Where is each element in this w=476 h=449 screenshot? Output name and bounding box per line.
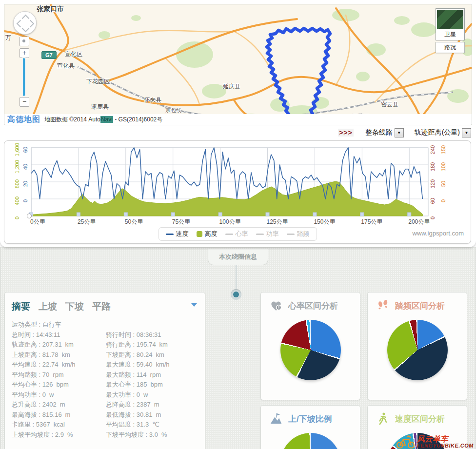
map-place-label: 京包线 bbox=[165, 107, 181, 114]
svg-text:25公里: 25公里 bbox=[78, 218, 96, 225]
stat-item: 最大心率 : 185bpm bbox=[106, 380, 203, 390]
zoom-slider[interactable] bbox=[23, 58, 25, 96]
map-place-label: 怀来县 bbox=[144, 96, 161, 104]
pan-right-icon[interactable] bbox=[27, 20, 35, 28]
x-tick-handle[interactable] bbox=[124, 213, 127, 216]
map-place-label: 万 bbox=[5, 34, 11, 42]
navi-highlight: Navi bbox=[100, 116, 113, 123]
legend-item[interactable]: 踏频 bbox=[287, 230, 310, 238]
map-place-label: 宣化县 bbox=[57, 62, 75, 70]
collapse-chevron-icon[interactable] bbox=[191, 303, 197, 307]
activity-chart-panel: 020406004008001,2001,6000601201802400501… bbox=[4, 140, 471, 244]
legend-item[interactable]: 心率 bbox=[225, 230, 248, 238]
stat-item: 平均温度 : 31.3℃ bbox=[106, 420, 203, 430]
satellite-label: 卫星 bbox=[437, 29, 463, 39]
legend-item[interactable]: 功率 bbox=[256, 230, 279, 238]
footprints-icon bbox=[376, 298, 390, 313]
dropdown-arrow-icon[interactable] bbox=[462, 128, 471, 137]
timeline-dot[interactable] bbox=[231, 289, 241, 300]
svg-text:0: 0 bbox=[440, 199, 446, 202]
igpsport-watermark: www.igpsport.com bbox=[413, 230, 464, 237]
legend-swatch-icon bbox=[166, 234, 174, 235]
stat-item: 最大速度 : 59.40km/h bbox=[106, 360, 203, 370]
map-place-label: 涿鹿县 bbox=[91, 103, 109, 111]
stat-item: 平均功率 : 0w bbox=[12, 390, 106, 400]
slope-ratio-card: 上/下坡比例 bbox=[260, 405, 360, 449]
card-title: 上/下坡比例 bbox=[288, 413, 332, 425]
mountain-flag-icon bbox=[269, 411, 283, 426]
stat-item: 上坡平均坡度 : 2.9% bbox=[12, 430, 106, 440]
svg-text:0: 0 bbox=[430, 216, 436, 219]
activity-chart[interactable]: 020406004008001,2001,6000601201802400501… bbox=[6, 143, 469, 227]
dropdown-arrow-icon[interactable] bbox=[395, 128, 404, 137]
expand-arrows-button[interactable]: >>> bbox=[338, 129, 354, 137]
pan-left-icon[interactable] bbox=[17, 20, 24, 28]
heart-rate-pie-chart bbox=[280, 320, 341, 380]
svg-text:50: 50 bbox=[440, 181, 446, 187]
x-tick-handle[interactable] bbox=[171, 213, 175, 216]
svg-text:0: 0 bbox=[22, 199, 28, 202]
summary-tab[interactable]: 下坡 bbox=[65, 300, 84, 313]
cadence-pie-chart bbox=[387, 320, 448, 380]
x-axis-metric-select[interactable]: 轨迹距离(公里) bbox=[415, 128, 471, 137]
svg-text:150公里: 150公里 bbox=[314, 218, 336, 225]
stat-item: 下坡平均坡度 : 3.0% bbox=[106, 430, 203, 440]
stat-item: 最大功率 : 0w bbox=[106, 390, 203, 400]
logo-text-cn: 风云单车 bbox=[417, 435, 474, 443]
map-locate-button[interactable] bbox=[20, 37, 29, 46]
stat-item: 平均心率 : 126bpm bbox=[12, 380, 106, 390]
map-viewport[interactable]: 张家口市 万 宣化区 宣化县 下花园区 涿鹿县 怀来县 京包线 延庆县 bbox=[4, 4, 472, 114]
legend-swatch-icon bbox=[256, 234, 264, 235]
pan-down-icon[interactable] bbox=[22, 25, 30, 33]
x-tick-handle[interactable] bbox=[313, 213, 317, 216]
amap-logo[interactable]: 高德地图 bbox=[7, 115, 40, 125]
stat-item: 最大踏频 : 114rpm bbox=[106, 370, 203, 380]
lap-info-tab[interactable]: 本次绕圈信息 bbox=[208, 249, 268, 265]
svg-text:100: 100 bbox=[440, 162, 446, 171]
stat-item: 总时间 : 14:43:11 bbox=[12, 330, 106, 340]
stat-item: 轨迹距离 : 207.31km bbox=[12, 340, 106, 350]
pan-up-icon[interactable] bbox=[22, 15, 30, 22]
zoom-in-button[interactable]: + bbox=[20, 48, 29, 58]
stat-item bbox=[106, 320, 203, 330]
map-pan-control[interactable] bbox=[13, 11, 37, 35]
card-title: 速度区间分析 bbox=[395, 413, 445, 425]
svg-text:60: 60 bbox=[22, 147, 28, 153]
stat-item: 骑行距离 : 195.74km bbox=[106, 340, 203, 350]
svg-text:60: 60 bbox=[430, 198, 436, 204]
legend-swatch-icon bbox=[197, 231, 202, 237]
top-sheet: 张家口市 万 宣化区 宣化县 下花园区 涿鹿县 怀来县 京包线 延庆县 bbox=[0, 0, 476, 247]
heart-rate-zones-card: 心率区间分析 bbox=[260, 292, 360, 400]
logo-text-en: FENGYUNBIKE.COM bbox=[417, 443, 474, 449]
legend-swatch-icon bbox=[225, 234, 233, 235]
map-place-label: 延庆县 bbox=[223, 82, 240, 91]
heart-icon bbox=[269, 298, 283, 313]
x-tick-handle[interactable] bbox=[218, 213, 222, 216]
zoom-out-button[interactable]: − bbox=[20, 97, 29, 107]
map-place-label: 张家口市 bbox=[37, 5, 64, 14]
x-tick-handle[interactable] bbox=[77, 213, 80, 216]
satellite-layer-button[interactable]: 卫星 bbox=[436, 8, 465, 40]
fengyunbike-logo[interactable]: 风云单车 FENGYUNBIKE.COM bbox=[396, 434, 474, 449]
map-place-label: 下花园区 bbox=[86, 78, 110, 86]
svg-text:1,600: 1,600 bbox=[14, 143, 20, 156]
route-section-select[interactable]: 整条线路 bbox=[365, 128, 404, 137]
legend-item[interactable]: 高度 bbox=[197, 230, 218, 238]
map-attribution: 高德地图 地图数据 ©2014 AutoNavi - GS(2014)6002号 bbox=[4, 114, 472, 125]
analysis-cards: 心率区间分析 踏频区间分析 bbox=[260, 292, 467, 449]
route-section-value: 整条线路 bbox=[365, 128, 393, 137]
map-panel: 张家口市 万 宣化区 宣化县 下花园区 涿鹿县 怀来县 京包线 延庆县 bbox=[4, 4, 472, 125]
legend-item[interactable]: 速度 bbox=[166, 230, 189, 238]
chart-legend: 速度 高度 心率 功率 bbox=[159, 227, 317, 241]
stat-item: 下坡距离 : 80.24km bbox=[106, 350, 203, 360]
summary-tab[interactable]: 摘要 bbox=[12, 300, 30, 313]
summary-tab[interactable]: 上坡 bbox=[39, 300, 57, 313]
traffic-layer-button[interactable]: 路况 bbox=[436, 42, 465, 53]
summary-tab[interactable]: 平路 bbox=[92, 300, 111, 313]
x-tick-handle[interactable] bbox=[360, 213, 364, 216]
cadence-zones-card: 踏频区间分析 bbox=[367, 292, 467, 400]
range-scrubber-handle[interactable] bbox=[27, 214, 32, 218]
x-tick-handle[interactable] bbox=[408, 213, 411, 216]
x-tick-handle[interactable] bbox=[266, 213, 269, 216]
bicycle-icon bbox=[396, 434, 416, 449]
